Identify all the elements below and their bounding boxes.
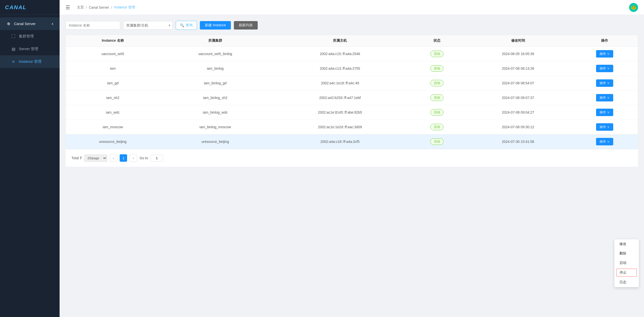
breadcrumb-level1[interactable]: Canal Server (89, 5, 109, 9)
page-size-wrapper: 20/page 50/page 100/page (84, 155, 107, 162)
cell-cluster: iam_binlog_wdc (160, 105, 271, 120)
cell-action: 操作 ∨ (572, 61, 638, 76)
cell-status: 启动 (409, 120, 464, 134)
breadcrumb-sep2: / (111, 5, 112, 9)
table-row: iam_moscow iam_binlog_moscow 2002:ac1e:1… (66, 120, 638, 134)
dropdown-item-log[interactable]: 日志 (614, 278, 639, 287)
cell-status: 启动 (409, 76, 464, 90)
cell-time: 2024-07-08 09:30:12 (464, 120, 571, 134)
action-button[interactable]: 操作 ∨ (596, 138, 613, 145)
status-badge: 启动 (430, 124, 444, 130)
cell-time: 2024-06-05 16:05:39 (464, 47, 571, 61)
cell-time: 2024-07-30 23:41:58 (464, 134, 571, 149)
header-right: 🐸 (629, 3, 638, 12)
cluster-select[interactable]: 所属集群/主机 (123, 21, 173, 29)
page-size-select[interactable]: 20/page 50/page 100/page (84, 155, 107, 162)
cell-instance-name: iam (66, 61, 160, 76)
sidebar-item-label: 集群管理 (19, 34, 34, 39)
action-button[interactable]: 操作 ∨ (596, 123, 613, 131)
cell-action: 操作 ∨ (572, 90, 638, 105)
sidebar-item-label: Canal Server (14, 21, 36, 26)
chevron-up-icon: ∧ (52, 22, 54, 25)
cell-action: 操作 ∨ (572, 134, 638, 149)
breadcrumb-sep1: / (86, 5, 87, 9)
cell-status: 启动 (409, 47, 464, 61)
action-button[interactable]: 操作 ∨ (596, 50, 613, 57)
page-prev-button[interactable]: ‹ (110, 154, 117, 162)
cell-cluster: uresource_beijing (160, 134, 271, 149)
cell-cluster: iam_binlog (160, 61, 271, 76)
status-badge: 启动 (430, 138, 444, 145)
status-badge: 启动 (430, 94, 444, 101)
instance-icon: ≡ (11, 59, 16, 64)
sidebar-item-canal-server[interactable]: ⊕ Canal Server ∧ (0, 17, 60, 30)
cell-time: 2024-07-08 08:13:26 (464, 61, 571, 76)
cell-instance-name: iam_wdc (66, 105, 160, 120)
cluster-icon: ⛶ (11, 34, 16, 39)
cell-host: 2002:a4a:c18::ff:a4a:2cf5 (270, 134, 409, 149)
sidebar-logo: CANAL (0, 0, 60, 15)
table-body: uaccount_set5 uaccount_set5_binlog 2002:… (66, 47, 638, 149)
page-next-button[interactable]: › (130, 154, 137, 162)
table-header: Instance 名称 所属集群 所属主机 状态 修改时间 操作 (66, 35, 638, 47)
cell-time: 2024-07-08 09:07:37 (464, 90, 571, 105)
dropdown-item-delete[interactable]: 删除 (614, 249, 639, 258)
page-1-button[interactable]: 1 (120, 154, 127, 162)
cell-instance-name: iam_gd (66, 76, 160, 90)
sidebar-item-instance-mgmt[interactable]: ≡ Instance 管理 (0, 55, 60, 68)
cell-status: 启动 (409, 90, 464, 105)
instance-name-input[interactable] (66, 21, 120, 29)
dropdown-item-stop[interactable]: 停止 (616, 269, 637, 277)
cell-time: 2024-07-08 08:54:07 (464, 76, 571, 90)
query-button[interactable]: 🔍 查询 (176, 21, 197, 30)
cell-cluster: iam_binlog_moscow (160, 120, 271, 134)
table-row: uresource_beijing uresource_beijing 2002… (66, 134, 638, 149)
action-button[interactable]: 操作 ∨ (596, 109, 613, 116)
cell-action: 操作 ∨ (572, 105, 638, 120)
cell-host: 2002:a4c:1e18::ff:a4c:49 (270, 76, 409, 90)
avatar[interactable]: 🐸 (629, 3, 638, 12)
breadcrumb-home[interactable]: 主页 (77, 5, 84, 10)
cell-status: 启动 (409, 134, 464, 149)
goto-label: Go to (140, 156, 148, 160)
action-dropdown-menu: 修改 删除 启动 停止 日志 (614, 239, 639, 287)
status-badge: 启动 (430, 51, 444, 57)
cell-status: 启动 (409, 61, 464, 76)
action-button[interactable]: 操作 ∨ (596, 94, 613, 101)
pagination: Total 7 20/page 50/page 100/page ‹ 1 › G… (66, 149, 638, 167)
col-cluster: 所属集群 (160, 35, 271, 47)
table-row: uaccount_set5 uaccount_set5_binlog 2002:… (66, 47, 638, 61)
cell-action: 操作 ∨ (572, 47, 638, 61)
instance-table: Instance 名称 所属集群 所属主机 状态 修改时间 操作 uaccoun… (66, 35, 638, 149)
table-row: iam_wdc iam_binlog_wdc 2002:ac1e:8145::f… (66, 105, 638, 120)
dropdown-item-edit[interactable]: 修改 (614, 239, 639, 249)
sidebar-item-label: Instance 管理 (19, 59, 42, 64)
cell-instance-name: iam_moscow (66, 120, 160, 134)
cell-host: 2002:a42:b293::ff:a47:1ebf (270, 90, 409, 105)
col-host: 所属主机 (270, 35, 409, 47)
status-badge: 启动 (430, 65, 444, 72)
cell-instance-name: uaccount_set5 (66, 47, 160, 61)
cell-host: 2002:ac1e:8145::ff:abe:82b5 (270, 105, 409, 120)
menu-toggle-icon[interactable]: ☰ (66, 4, 70, 10)
cell-host: 2002:ac1e:1e2d::ff:aac:3d09 (270, 120, 409, 134)
cell-instance-name: iam_sh2 (66, 90, 160, 105)
cell-instance-name: uresource_beijing (66, 134, 160, 149)
action-button[interactable]: 操作 ∨ (596, 79, 613, 87)
cell-host: 2002:a4a:c13::ff:a4a:2755 (270, 61, 409, 76)
col-status: 状态 (409, 35, 464, 47)
dropdown-item-start[interactable]: 启动 (614, 258, 639, 268)
action-button[interactable]: 操作 ∨ (596, 65, 613, 72)
sidebar-item-cluster-mgmt[interactable]: ⛶ 集群管理 (0, 30, 60, 43)
sidebar-menu: ⊕ Canal Server ∧ ⛶ 集群管理 ▤ Server 管理 ≡ In… (0, 15, 60, 317)
col-instance-name: Instance 名称 (66, 35, 160, 47)
refresh-button[interactable]: 刷新列表 (234, 21, 258, 29)
filter-bar: 所属集群/主机 🔍 查询 新建 Instance 刷新列表 (66, 21, 638, 30)
sidebar-item-server-mgmt[interactable]: ▤ Server 管理 (0, 43, 60, 55)
logo-text: CANAL (5, 4, 26, 11)
new-instance-button[interactable]: 新建 Instance (200, 21, 231, 29)
search-icon: 🔍 (180, 23, 184, 27)
cell-cluster: iam_binlog_gd (160, 76, 271, 90)
goto-input[interactable] (151, 155, 163, 161)
main-content: ☰ 主页 / Canal Server / Instance 管理 🐸 所属集群… (60, 0, 644, 317)
